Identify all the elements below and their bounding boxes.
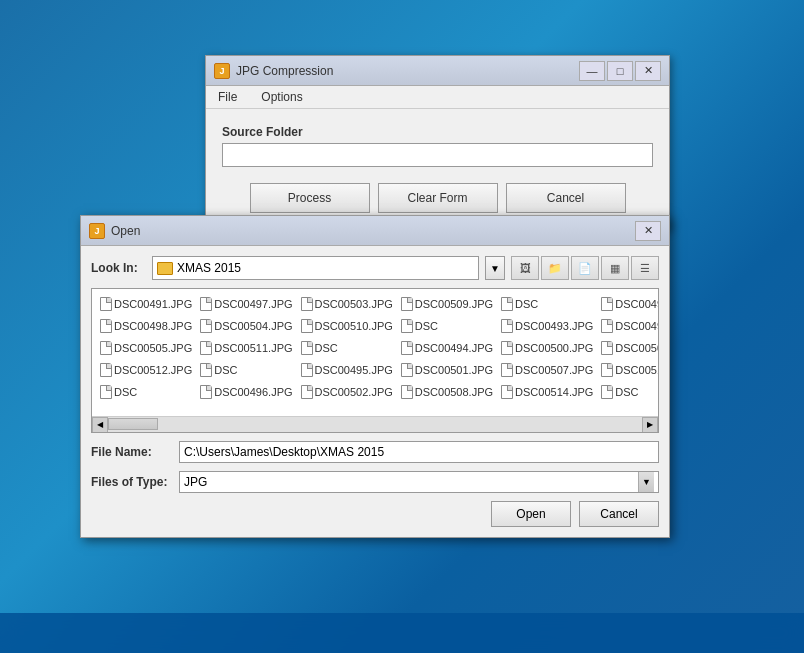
clear-form-button[interactable]: Clear Form [378, 183, 498, 213]
list-item[interactable]: DSC00493.JPG [497, 315, 597, 337]
list-item[interactable]: DSC00502.JPG [297, 381, 397, 403]
source-folder-input[interactable] [222, 143, 653, 167]
menu-file[interactable]: File [214, 88, 241, 106]
jpg-cancel-button[interactable]: Cancel [506, 183, 626, 213]
file-icon [401, 363, 413, 377]
view-btn-doc[interactable]: 📄 [571, 256, 599, 280]
list-item[interactable]: DSC00492.JPG [597, 293, 658, 315]
scroll-track[interactable] [108, 417, 642, 433]
file-name: DSC00506.JPG [615, 342, 658, 354]
open-window-icon: J [89, 223, 105, 239]
list-item[interactable]: DSC00495.JPG [297, 359, 397, 381]
horizontal-scrollbar[interactable]: ◀ ▶ [92, 416, 658, 432]
list-item[interactable]: DSC [397, 315, 497, 337]
file-icon [501, 297, 513, 311]
list-item[interactable]: DSC00500.JPG [497, 337, 597, 359]
list-item[interactable]: DSC00511.JPG [196, 337, 296, 359]
file-name: DSC [415, 320, 438, 332]
list-item[interactable]: DSC00501.JPG [397, 359, 497, 381]
jpg-titlebar: J JPG Compression — □ ✕ [206, 56, 669, 86]
menu-options[interactable]: Options [257, 88, 306, 106]
jpg-maximize-button[interactable]: □ [607, 61, 633, 81]
open-buttons: Open Cancel [91, 501, 659, 527]
file-icon [401, 319, 413, 333]
filetype-arrow[interactable]: ▼ [638, 472, 654, 492]
jpg-close-button[interactable]: ✕ [635, 61, 661, 81]
view-btn-grid[interactable]: ▦ [601, 256, 629, 280]
file-icon [501, 341, 513, 355]
process-button[interactable]: Process [250, 183, 370, 213]
file-icon [301, 319, 313, 333]
filetype-select[interactable]: JPG ▼ [179, 471, 659, 493]
list-item[interactable]: DSC00494.JPG [397, 337, 497, 359]
file-name: DSC00512.JPG [114, 364, 192, 376]
file-name: DSC [114, 386, 137, 398]
file-name: DSC00493.JPG [515, 320, 593, 332]
file-name: DSC00510.JPG [315, 320, 393, 332]
list-item[interactable]: DSC00499.JPG [597, 315, 658, 337]
lookin-arrow[interactable]: ▼ [485, 256, 505, 280]
scroll-left-arrow[interactable]: ◀ [92, 417, 108, 433]
open-cancel-button[interactable]: Cancel [579, 501, 659, 527]
file-name: DSC00497.JPG [214, 298, 292, 310]
view-btn-folder[interactable]: 📁 [541, 256, 569, 280]
file-icon [200, 341, 212, 355]
list-item[interactable]: DSC [196, 359, 296, 381]
filename-input[interactable] [179, 441, 659, 463]
filename-label: File Name: [91, 445, 171, 459]
list-item[interactable]: DSC [297, 337, 397, 359]
file-icon [601, 385, 613, 399]
file-name: DSC [615, 386, 638, 398]
list-item[interactable]: DSC00503.JPG [297, 293, 397, 315]
lookin-dropdown[interactable]: XMAS 2015 [152, 256, 479, 280]
list-item[interactable]: DSC00505.JPG [96, 337, 196, 359]
file-name: DSC00500.JPG [515, 342, 593, 354]
list-item[interactable]: DSC [597, 381, 658, 403]
open-button[interactable]: Open [491, 501, 571, 527]
file-icon [601, 297, 613, 311]
list-item[interactable]: DSC00491.JPG [96, 293, 196, 315]
jpg-compression-window: J JPG Compression — □ ✕ File Options Sou… [205, 55, 670, 230]
list-item[interactable]: DSC00509.JPG [397, 293, 497, 315]
action-buttons: Process Clear Form Cancel [222, 183, 653, 213]
list-item[interactable]: DSC00504.JPG [196, 315, 296, 337]
scroll-thumb[interactable] [108, 418, 158, 430]
open-window-title: Open [111, 224, 635, 238]
jpg-window-title: JPG Compression [236, 64, 579, 78]
open-close-button[interactable]: ✕ [635, 221, 661, 241]
list-item[interactable]: DSC00510.JPG [297, 315, 397, 337]
file-icon [301, 341, 313, 355]
list-item[interactable]: DSC [497, 293, 597, 315]
file-name: DSC00508.JPG [415, 386, 493, 398]
list-item[interactable]: DSC00512.JPG [96, 359, 196, 381]
jpg-window-controls: — □ ✕ [579, 61, 661, 81]
file-name: DSC00513.JPG [615, 364, 658, 376]
file-name: DSC00498.JPG [114, 320, 192, 332]
filetype-row: Files of Type: JPG ▼ [91, 471, 659, 493]
list-item[interactable]: DSC00496.JPG [196, 381, 296, 403]
scroll-right-arrow[interactable]: ▶ [642, 417, 658, 433]
file-icon [601, 341, 613, 355]
lookin-row: Look In: XMAS 2015 ▼ 🖼 📁 📄 ▦ ☰ [91, 256, 659, 280]
file-name: DSC00505.JPG [114, 342, 192, 354]
file-name: DSC00511.JPG [214, 342, 292, 354]
file-icon [401, 297, 413, 311]
list-item[interactable]: DSC00506.JPG [597, 337, 658, 359]
view-btn-list[interactable]: ☰ [631, 256, 659, 280]
lookin-label: Look In: [91, 261, 146, 275]
list-item[interactable]: DSC00508.JPG [397, 381, 497, 403]
file-icon [200, 385, 212, 399]
open-window-controls: ✕ [635, 221, 661, 241]
open-file-dialog: J Open ✕ Look In: XMAS 2015 ▼ 🖼 📁 📄 ▦ ☰ [80, 215, 670, 538]
view-btn-image[interactable]: 🖼 [511, 256, 539, 280]
list-item[interactable]: DSC00507.JPG [497, 359, 597, 381]
list-item[interactable]: DSC00498.JPG [96, 315, 196, 337]
file-name: DSC00514.JPG [515, 386, 593, 398]
file-icon [100, 319, 112, 333]
list-item[interactable]: DSC00513.JPG [597, 359, 658, 381]
jpg-minimize-button[interactable]: — [579, 61, 605, 81]
list-item[interactable]: DSC00514.JPG [497, 381, 597, 403]
file-name: DSC [315, 342, 338, 354]
list-item[interactable]: DSC00497.JPG [196, 293, 296, 315]
list-item[interactable]: DSC [96, 381, 196, 403]
